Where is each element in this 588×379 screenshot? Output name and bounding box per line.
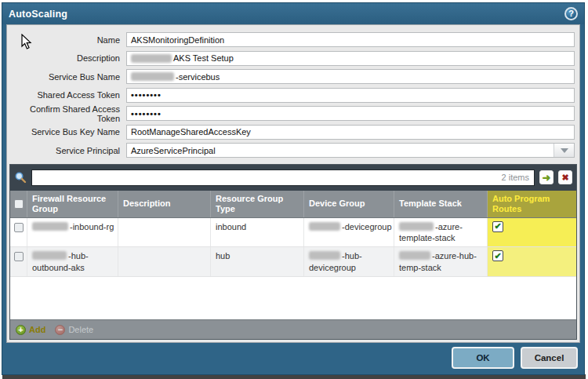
- description-label: Description: [7, 53, 126, 63]
- redacted-text: [309, 251, 340, 260]
- form-row-confirm-shared-access-token: Confirm Shared Access Token ••••••••: [7, 104, 579, 123]
- row-checkbox-cell: [10, 218, 27, 247]
- cell-text: hub: [216, 251, 230, 261]
- dialog-titlebar: AutoScaling ?: [2, 3, 584, 24]
- delete-button-label: Delete: [68, 325, 93, 334]
- search-input[interactable]: 2 items: [31, 169, 535, 186]
- confirm-shared-access-token-label: Confirm Shared Access Token: [7, 104, 126, 123]
- service-bus-name-input[interactable]: -servicebus: [126, 69, 575, 84]
- service-principal-dropdown-button[interactable]: [554, 144, 574, 157]
- cell-text: -devicegroup: [342, 222, 392, 231]
- autoscaling-dialog-screen: AutoScaling ? Name AKSMonitoringDefiniti…: [0, 0, 588, 379]
- auto-program-routes-checkbox-checked[interactable]: [492, 250, 503, 261]
- column-header-resource-group-type[interactable]: Resource Group Type: [211, 191, 304, 217]
- autoscaling-form: Name AKSMonitoringDefinition Description…: [7, 25, 579, 162]
- service-principal-dropdown[interactable]: AzureServicePrincipal: [126, 143, 575, 158]
- redacted-text: [399, 251, 430, 260]
- cell-resource-group-type: inbound: [211, 218, 304, 247]
- grid-footer: + Add − Delete: [10, 319, 576, 339]
- form-row-service-bus-key-name: Service Bus Key Name RootManageSharedAcc…: [7, 123, 579, 142]
- service-principal-label: Service Principal: [7, 146, 126, 155]
- cell-description: [118, 218, 211, 247]
- name-input[interactable]: AKSMonitoringDefinition: [126, 32, 575, 47]
- items-count-label: 2 items: [502, 173, 529, 182]
- redacted-text: [399, 222, 434, 231]
- cell-firewall-resource-group: -inbound-rg: [27, 218, 118, 247]
- dialog-content: Name AKSMonitoringDefinition Description…: [6, 24, 580, 343]
- cell-firewall-resource-group: -hub-outbound-aks: [27, 247, 118, 276]
- redacted-text: [309, 222, 340, 231]
- redacted-text: [32, 251, 67, 260]
- cell-device-group: -devicegroup: [304, 218, 394, 247]
- auto-program-routes-checkbox-checked[interactable]: [492, 221, 503, 232]
- column-header-device-group[interactable]: Device Group: [304, 191, 394, 217]
- description-input[interactable]: AKS Test Setup: [126, 51, 575, 66]
- help-icon[interactable]: ?: [564, 7, 578, 20]
- form-row-service-bus-name: Service Bus Name -servicebus: [7, 67, 579, 86]
- firewall-resource-group-grid: 2 items ➜ ✖ Firewall Resource Group Desc…: [9, 164, 577, 341]
- search-icon: [14, 171, 27, 184]
- delete-button[interactable]: − Delete: [55, 325, 93, 335]
- service-bus-key-name-value: RootManageSharedAccessKey: [131, 127, 251, 137]
- cancel-button[interactable]: Cancel: [521, 347, 578, 369]
- row-select-checkbox[interactable]: [14, 223, 24, 232]
- service-bus-key-name-input[interactable]: RootManageSharedAccessKey: [126, 125, 575, 140]
- service-bus-key-name-label: Service Bus Key Name: [7, 127, 126, 137]
- confirm-shared-access-token-input[interactable]: ••••••••: [126, 106, 575, 121]
- form-row-name: Name AKSMonitoringDefinition: [7, 31, 579, 49]
- redacted-text: [32, 222, 68, 231]
- cell-description: [118, 247, 211, 276]
- confirm-shared-access-token-value: ••••••••: [131, 109, 162, 118]
- dialog-title: AutoScaling: [9, 9, 67, 20]
- cell-auto-program-routes: [488, 247, 576, 276]
- form-row-shared-access-token: Shared Access Token ••••••••: [7, 86, 579, 105]
- column-header-firewall-resource-group[interactable]: Firewall Resource Group: [27, 191, 118, 217]
- name-label: Name: [7, 35, 126, 45]
- autoscaling-dialog: AutoScaling ? Name AKSMonitoringDefiniti…: [2, 2, 585, 375]
- cell-device-group: -hub-devicegroup: [304, 247, 394, 276]
- cell-template-stack: -azure-hub-temp-stack: [394, 247, 488, 276]
- minus-icon: −: [55, 325, 65, 335]
- grid-header-row: Firewall Resource Group Description Reso…: [10, 191, 576, 218]
- description-value: AKS Test Setup: [173, 53, 234, 63]
- redacted-text: [131, 72, 174, 81]
- table-row[interactable]: -inbound-rg inbound -devicegroup -azure-…: [10, 218, 576, 248]
- add-button[interactable]: + Add: [16, 325, 45, 335]
- service-principal-value: AzureServicePrincipal: [131, 146, 216, 155]
- form-row-description: Description AKS Test Setup: [7, 49, 579, 68]
- row-checkbox-cell: [10, 247, 27, 276]
- table-row[interactable]: -hub-outbound-aks hub -hub-devicegroup -…: [10, 247, 576, 277]
- column-header-auto-program-routes[interactable]: Auto Program Routes: [488, 191, 576, 217]
- select-all-checkbox-cell: [10, 191, 27, 217]
- name-value: AKSMonitoringDefinition: [131, 35, 224, 45]
- service-bus-name-label: Service Bus Name: [7, 72, 126, 82]
- apply-filter-button[interactable]: ➜: [539, 170, 554, 184]
- clear-filter-button[interactable]: ✖: [558, 170, 572, 184]
- grid-empty-area: [10, 277, 576, 319]
- column-header-template-stack[interactable]: Template Stack: [394, 191, 488, 217]
- shared-access-token-value: ••••••••: [131, 90, 162, 100]
- cell-resource-group-type: hub: [211, 247, 304, 276]
- row-select-checkbox[interactable]: [14, 252, 24, 261]
- plus-icon: +: [16, 325, 26, 335]
- redacted-text: [131, 54, 172, 63]
- chevron-down-icon: [561, 148, 568, 153]
- shared-access-token-input[interactable]: ••••••••: [126, 88, 575, 103]
- column-header-description[interactable]: Description: [118, 191, 211, 217]
- grid-toolbar: 2 items ➜ ✖: [10, 165, 576, 191]
- add-button-label: Add: [29, 325, 45, 334]
- cell-text: inbound: [216, 222, 246, 231]
- service-bus-name-value: -servicebus: [176, 72, 220, 82]
- cell-template-stack: -azure-template-stack: [394, 218, 488, 247]
- select-all-checkbox[interactable]: [14, 199, 24, 209]
- ok-button[interactable]: OK: [452, 347, 514, 369]
- cell-auto-program-routes: [488, 218, 576, 247]
- cell-text: -inbound-rg: [70, 222, 114, 231]
- shared-access-token-label: Shared Access Token: [7, 90, 126, 100]
- form-row-service-principal: Service Principal AzureServicePrincipal: [7, 141, 579, 160]
